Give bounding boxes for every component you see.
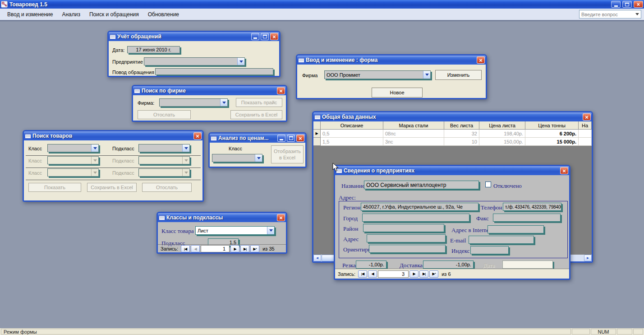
phone-field[interactable]: т./ф. 433476, 432339, 798406	[503, 203, 561, 211]
column-header[interactable]: Цена тонны	[525, 121, 579, 130]
subclass-select-1[interactable]	[138, 144, 190, 152]
record-number-input[interactable]: 1	[201, 245, 230, 252]
enterprise-select[interactable]	[144, 57, 245, 65]
subclass-select-2[interactable]	[138, 156, 190, 164]
close-button[interactable]: ×	[193, 132, 202, 140]
column-header[interactable]: Вес листа	[444, 121, 479, 130]
date-field[interactable]	[502, 261, 553, 269]
row-selector[interactable]: ▶	[313, 130, 321, 138]
restore-button[interactable]	[622, 1, 632, 8]
address-field[interactable]	[367, 234, 446, 242]
last-record-button[interactable]: ▶|	[240, 245, 249, 252]
column-header[interactable]: Описание	[321, 121, 383, 130]
first-record-button[interactable]: |◀	[181, 245, 190, 252]
show-price-button[interactable]: Показать прайс	[236, 98, 282, 107]
close-button[interactable]: ×	[560, 167, 568, 174]
menu-vvod-i-izmenenie[interactable]: Ввод и изменение	[3, 9, 57, 19]
new-record-button[interactable]: ▶*	[429, 270, 438, 278]
scroll-left-icon[interactable]: ◄	[313, 255, 321, 261]
klassy-titlebar[interactable]: Классы и подклассы ×	[158, 213, 286, 222]
cell-opisanie[interactable]: 1,5	[321, 138, 383, 146]
cell-tsena-lista[interactable]: 198,40р.	[479, 130, 525, 138]
cell-tsena-lista[interactable]: 150,00р.	[479, 138, 525, 146]
column-header[interactable]: На	[579, 121, 592, 130]
previous-record-button[interactable]: ◀	[191, 245, 200, 252]
uchet-titlebar[interactable]: Учёт обращений ×	[109, 32, 279, 41]
next-record-button[interactable]: ▶	[230, 245, 239, 252]
change-button[interactable]: Изменить	[435, 70, 482, 80]
close-button[interactable]: ×	[477, 56, 485, 64]
select-all-cell[interactable]	[313, 121, 321, 130]
district-field[interactable]	[363, 224, 444, 232]
reason-field[interactable]	[155, 68, 273, 75]
class-select[interactable]	[212, 154, 262, 162]
cell-ves-lista[interactable]: 10	[444, 138, 479, 146]
minimize-button[interactable]	[277, 135, 285, 142]
dropdown-arrow-icon[interactable]	[91, 144, 98, 152]
class-select-3[interactable]	[47, 168, 99, 177]
cell-ves-lista[interactable]: 32	[444, 130, 479, 138]
close-button[interactable]: ×	[634, 1, 643, 8]
close-button[interactable]: ×	[277, 214, 285, 221]
ask-question-input[interactable]: Введите вопрос	[579, 10, 641, 19]
main-titlebar[interactable]: Товаровед 1.5 ×	[0, 0, 644, 9]
internet-field[interactable]	[488, 225, 544, 233]
email-field[interactable]	[469, 236, 534, 244]
poisk-firma-titlebar[interactable]: Поиск по фирме ×	[133, 86, 286, 95]
column-header[interactable]: Цена листа	[479, 121, 525, 130]
new-button[interactable]: Новое	[372, 88, 423, 98]
save-excel-button[interactable]: Сохранить в Excel	[230, 110, 282, 119]
vvod-titlebar[interactable]: Ввод и изменение : форма ×	[297, 56, 486, 65]
baza-titlebar[interactable]: Общая база данных ×	[313, 112, 592, 121]
cell-tsena-tonny[interactable]: 15 000р.	[525, 138, 579, 146]
cell-tsena-tonny[interactable]: 6 200р.	[525, 130, 579, 138]
minimize-button[interactable]	[611, 1, 621, 8]
maximize-button[interactable]	[261, 33, 269, 40]
close-button[interactable]: ×	[270, 33, 278, 40]
send-button[interactable]: Отослать	[142, 183, 192, 192]
column-header[interactable]: Марка стали	[383, 121, 444, 130]
previous-record-button[interactable]: ◀	[368, 270, 377, 278]
minimize-button[interactable]	[251, 33, 259, 40]
menu-poisk-i-obrashcheniya[interactable]: Поиск и обращения	[85, 9, 143, 19]
close-button[interactable]: ×	[277, 87, 285, 94]
subclass-select-3[interactable]	[138, 168, 190, 177]
send-button[interactable]: Отослать	[138, 110, 191, 119]
close-button[interactable]: ×	[583, 113, 591, 121]
new-record-button[interactable]: ▶*	[250, 245, 259, 252]
date-field[interactable]: 17 июня 2010 г.	[127, 46, 180, 53]
menu-analiz[interactable]: Анализ	[57, 9, 85, 19]
next-record-button[interactable]: ▶	[409, 270, 419, 278]
class-select-2[interactable]	[47, 156, 99, 164]
save-excel-button[interactable]: Сохранить в Excel	[87, 183, 137, 192]
dropdown-arrow-icon[interactable]	[220, 99, 227, 106]
cutting-field[interactable]: -1,00р.	[356, 261, 386, 269]
row-selector[interactable]	[313, 138, 321, 146]
firm-select[interactable]	[159, 98, 228, 107]
firm-select[interactable]: ООО Проммет	[324, 70, 431, 79]
region-field[interactable]: 450027, г.Уфа, Индустриальное ш., 92а, Ч…	[361, 203, 478, 211]
analiz-titlebar[interactable]: Анализ по ценам... ×	[210, 134, 305, 143]
dropdown-arrow-icon[interactable]	[423, 71, 430, 79]
postcode-field[interactable]	[470, 246, 509, 254]
cell-nalichie[interactable]	[579, 138, 592, 146]
poisk-tovarov-titlebar[interactable]: Поиск товаров ×	[24, 131, 202, 140]
otklyucheno-checkbox[interactable]	[485, 181, 491, 187]
landmarks-field[interactable]	[369, 245, 446, 253]
dropdown-arrow-icon[interactable]	[237, 58, 244, 65]
fax-field[interactable]	[493, 214, 561, 222]
last-record-button[interactable]: ▶|	[419, 270, 428, 278]
first-record-button[interactable]: |◀	[358, 270, 367, 278]
show-button[interactable]: Показать	[28, 183, 81, 192]
record-number-input[interactable]: 3	[378, 270, 409, 278]
close-button[interactable]: ×	[296, 135, 304, 142]
class-select[interactable]: Лист	[195, 226, 275, 235]
name-field[interactable]: ООО Сервисный металлоцентр	[364, 181, 479, 189]
cell-marka-stali[interactable]: 3пс	[383, 138, 444, 146]
dropdown-arrow-icon[interactable]	[255, 154, 262, 162]
cell-marka-stali[interactable]: 08пс	[383, 130, 444, 138]
display-excel-button[interactable]: Отобразить в Excel	[271, 145, 304, 163]
class-select-1[interactable]	[47, 144, 99, 152]
city-field[interactable]	[362, 214, 469, 222]
svedeniya-titlebar[interactable]: Сведения о предприятиях ×	[335, 166, 569, 175]
